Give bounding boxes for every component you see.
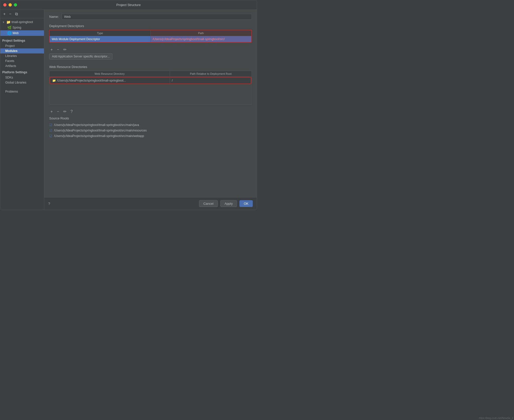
- sidebar: + − ⧉ ▼ 📁 tmall-springboot 🌿 Spring 🌐 We…: [0, 10, 44, 210]
- help-button[interactable]: ?: [48, 202, 50, 206]
- minimize-button[interactable]: [9, 3, 12, 7]
- sidebar-toolbar: + − ⧉: [0, 10, 44, 18]
- web-resource-section: Web Resource Directories Web Resource Di…: [49, 65, 252, 105]
- dd-table-header: Type Path: [50, 30, 251, 36]
- folder-icon: 📁: [52, 79, 56, 82]
- list-item: ☑ /Users/jc/IdeaProjects/springboot/tmal…: [49, 128, 252, 133]
- problems-label: Problems: [5, 90, 18, 93]
- sidebar-item-sdks[interactable]: SDKs: [0, 75, 44, 80]
- source-root-path: /Users/jc/IdeaProjects/springboot/tmall-…: [54, 129, 147, 132]
- project-settings-header: Project Settings: [0, 37, 44, 43]
- source-root-path: /Users/jc/IdeaProjects/springboot/tmall-…: [54, 123, 139, 127]
- window-title: Project Structure: [116, 3, 141, 7]
- web-icon: 🌐: [7, 31, 12, 35]
- web-label: Web: [13, 31, 19, 35]
- close-button[interactable]: [3, 3, 7, 7]
- module-name: tmall-springboot: [12, 20, 33, 24]
- dd-remove-button[interactable]: −: [55, 47, 60, 52]
- wrd-table-header: Web Resource Directory Path Relative to …: [49, 71, 251, 77]
- dd-path-cell: /Users/jc/IdeaProjects/springboot/tmall-…: [151, 36, 251, 42]
- wrd-add-button[interactable]: +: [49, 109, 54, 114]
- main-content: + − ⧉ ▼ 📁 tmall-springboot 🌿 Spring 🌐 We…: [0, 10, 257, 210]
- tree-item-module[interactable]: ▼ 📁 tmall-springboot: [0, 19, 44, 25]
- spring-label: Spring: [13, 26, 21, 29]
- maximize-button[interactable]: [14, 3, 17, 7]
- module-icon: 📁: [6, 20, 11, 24]
- wrd-col-path: Path Relative to Deployment Root: [170, 71, 251, 77]
- ok-button[interactable]: OK: [239, 200, 253, 207]
- source-roots-section: Source Roots ☑ /Users/jc/IdeaProjects/sp…: [49, 116, 252, 139]
- sidebar-item-project[interactable]: Project: [0, 43, 44, 48]
- project-structure-window: Project Structure + − ⧉ ▼ 📁 tmall-spring…: [0, 0, 257, 210]
- deployment-descriptors-table: Type Path Web Module Deployment Descript…: [49, 30, 252, 43]
- problems-section: Problems: [0, 89, 44, 94]
- dd-edit-button[interactable]: ✏: [62, 47, 68, 52]
- tree-item-web[interactable]: 🌐 Web: [0, 30, 44, 36]
- module-tree: ▼ 📁 tmall-springboot 🌿 Spring 🌐 Web: [0, 18, 44, 37]
- wrd-toolbar: + − ✏ ?: [49, 108, 252, 115]
- tree-arrow-icon: ▼: [2, 21, 5, 24]
- cancel-button[interactable]: Cancel: [199, 200, 218, 207]
- source-root-path: /Users/jc/IdeaProjects/springboot/tmall-…: [54, 134, 144, 138]
- web-resource-title: Web Resource Directories: [49, 65, 252, 69]
- list-item: ☑ /Users/jc/IdeaProjects/springboot/tmal…: [49, 122, 252, 128]
- table-row[interactable]: 📁 /Users/jc/IdeaProjects/springboot/tmal…: [50, 77, 251, 84]
- dd-add-button[interactable]: +: [49, 47, 54, 52]
- project-label: Project: [5, 44, 15, 48]
- footer-buttons: Cancel Apply OK: [199, 200, 253, 207]
- wrd-help-button[interactable]: ?: [69, 109, 74, 114]
- modules-label: Modules: [5, 49, 18, 53]
- facets-label: Facets: [5, 59, 14, 63]
- deployment-descriptors-title: Deployment Descriptors: [49, 24, 252, 28]
- web-resource-table: Web Resource Directory Path Relative to …: [49, 71, 252, 105]
- name-row: Name:: [49, 14, 252, 20]
- sidebar-item-modules[interactable]: Modules: [0, 48, 44, 53]
- libraries-label: Libraries: [5, 54, 17, 58]
- sidebar-item-libraries[interactable]: Libraries: [0, 53, 44, 58]
- dd-col-type: Type: [50, 30, 151, 36]
- titlebar: Project Structure: [0, 0, 257, 10]
- add-server-descriptor-button[interactable]: Add Application Server specific descript…: [49, 53, 112, 59]
- wrd-remove-button[interactable]: −: [55, 109, 60, 114]
- remove-module-button[interactable]: −: [8, 12, 12, 17]
- list-item: ☑ /Users/jc/IdeaProjects/springboot/tmal…: [49, 133, 252, 139]
- sidebar-item-facets[interactable]: Facets: [0, 58, 44, 63]
- wrd-edit-button[interactable]: ✏: [62, 109, 68, 114]
- source-roots-title: Source Roots: [49, 116, 252, 120]
- wrd-dir-cell: 📁 /Users/jc/IdeaProjects/springboot/tmal…: [50, 78, 170, 84]
- checkbox-icon: ☑: [49, 123, 52, 127]
- platform-settings-header: Platform Settings: [0, 68, 44, 75]
- wrd-path-cell: /: [170, 78, 251, 84]
- sidebar-item-artifacts[interactable]: Artifacts: [0, 63, 44, 68]
- sdks-label: SDKs: [5, 76, 13, 79]
- spring-icon: 🌿: [7, 26, 12, 30]
- traffic-lights: [3, 3, 17, 7]
- table-row[interactable]: Web Module Deployment Descriptor /Users/…: [50, 36, 251, 42]
- dd-type-cell: Web Module Deployment Descriptor: [50, 36, 151, 42]
- sidebar-item-global-libraries[interactable]: Global Libraries: [0, 80, 44, 85]
- content-area: Name: Deployment Descriptors Type Path W…: [44, 10, 257, 210]
- apply-button[interactable]: Apply: [220, 200, 237, 207]
- artifacts-label: Artifacts: [5, 64, 16, 68]
- footer: ? Cancel Apply OK: [44, 197, 257, 210]
- content-inner: Name: Deployment Descriptors Type Path W…: [44, 10, 257, 197]
- add-module-button[interactable]: +: [2, 12, 7, 17]
- checkbox-icon: ☑: [49, 128, 52, 132]
- tree-item-spring[interactable]: 🌿 Spring: [0, 25, 44, 30]
- wrd-empty-space: [49, 84, 251, 104]
- checkbox-icon: ☑: [49, 134, 52, 138]
- global-libraries-label: Global Libraries: [5, 81, 26, 84]
- wrd-col-dir: Web Resource Directory: [49, 71, 170, 77]
- name-label: Name:: [49, 15, 59, 19]
- name-input[interactable]: [62, 14, 252, 20]
- dd-toolbar: + − ✏: [49, 46, 252, 53]
- copy-module-button[interactable]: ⧉: [14, 12, 19, 17]
- dd-col-path: Path: [151, 30, 251, 36]
- sidebar-item-problems[interactable]: Problems: [0, 89, 44, 94]
